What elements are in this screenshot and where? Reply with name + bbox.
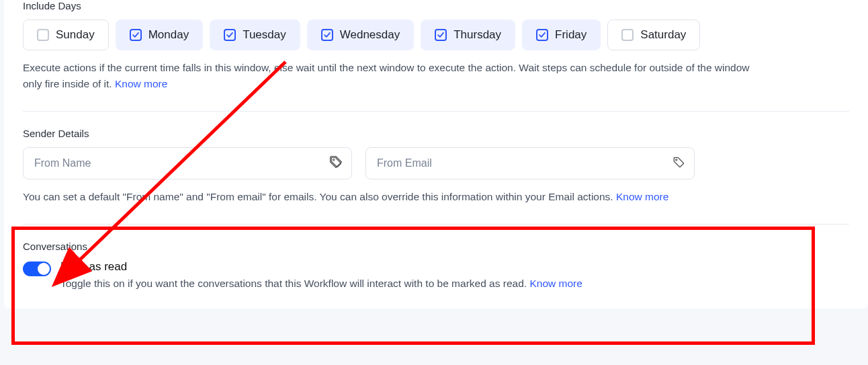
mark-as-read-label: Mark as read — [60, 260, 582, 274]
mark-as-read-toggle[interactable] — [23, 261, 51, 276]
days-row: Sunday Monday Tuesday Wedn — [23, 19, 849, 50]
checkbox-icon — [37, 29, 49, 41]
tag-icon[interactable] — [672, 155, 685, 171]
sender-details-help: You can set a default "From name" and "F… — [23, 189, 849, 205]
checkbox-icon — [621, 29, 634, 41]
sender-details-title: Sender Details — [23, 128, 849, 139]
checkbox-icon — [224, 29, 236, 41]
day-chip-tuesday[interactable]: Tuesday — [210, 19, 300, 50]
know-more-link[interactable]: Know more — [616, 191, 668, 202]
checkbox-icon — [130, 29, 142, 41]
sender-details-section: Sender Details You can set a default "Fr… — [23, 128, 849, 205]
conversations-title: Conversations — [23, 241, 849, 252]
conversations-section: Conversations Mark as read Toggle this o… — [23, 241, 849, 290]
divider — [23, 224, 849, 225]
checkbox-icon — [435, 29, 447, 41]
toggle-knob — [38, 263, 50, 275]
tag-icon[interactable] — [329, 155, 343, 171]
from-email-input[interactable] — [365, 147, 695, 179]
day-label: Wednesday — [340, 28, 400, 42]
day-chip-monday[interactable]: Monday — [116, 19, 203, 50]
day-label: Thursday — [453, 28, 501, 42]
day-label: Friday — [555, 28, 587, 42]
mark-as-read-help: Toggle this on if you want the conversat… — [60, 278, 582, 290]
divider — [23, 111, 849, 112]
svg-point-1 — [676, 159, 677, 161]
from-name-input[interactable] — [23, 147, 352, 179]
include-days-section: Include Days Sunday Monday T — [23, 0, 849, 92]
day-label: Saturday — [640, 28, 686, 42]
day-chip-friday[interactable]: Friday — [522, 19, 601, 50]
day-label: Tuesday — [243, 28, 286, 42]
svg-point-0 — [333, 159, 335, 161]
day-label: Sunday — [56, 28, 95, 42]
day-chip-wednesday[interactable]: Wednesday — [307, 19, 414, 50]
checkbox-icon — [536, 29, 548, 41]
know-more-link[interactable]: Know more — [529, 278, 582, 289]
day-chip-sunday[interactable]: Sunday — [23, 19, 109, 50]
checkbox-icon — [321, 29, 333, 41]
include-days-title: Include Days — [23, 0, 849, 11]
know-more-link[interactable]: Know more — [115, 78, 167, 89]
day-chip-thursday[interactable]: Thursday — [421, 19, 515, 50]
day-chip-saturday[interactable]: Saturday — [607, 19, 700, 50]
include-days-help: Execute actions if the current time fall… — [23, 60, 849, 92]
day-label: Monday — [148, 28, 189, 42]
